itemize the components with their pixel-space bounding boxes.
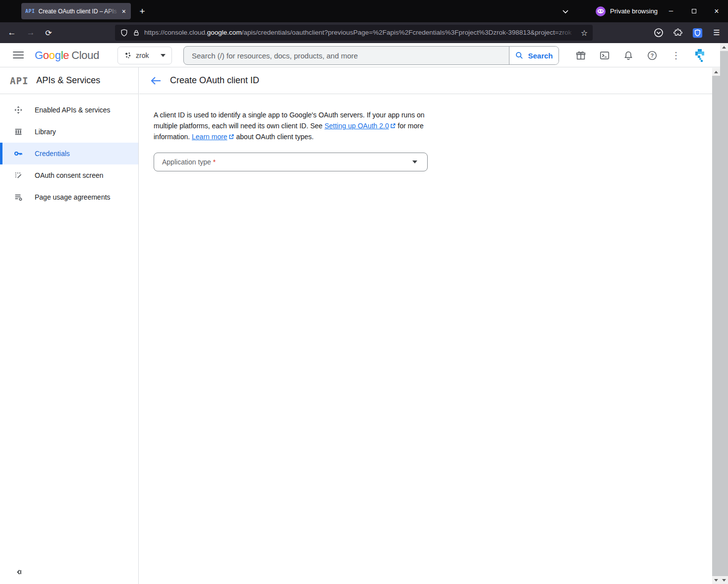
collapse-chevron-icon [15, 568, 23, 576]
scroll-down-icon[interactable] [720, 576, 728, 584]
private-mask-icon [596, 6, 606, 16]
forward-button[interactable]: → [24, 26, 38, 40]
logo-letter: o [43, 49, 49, 62]
sidebar-item-oauth-consent[interactable]: OAuth consent screen [0, 164, 138, 186]
content-scrollbar[interactable] [712, 68, 720, 584]
page-header: Create OAuth client ID [139, 67, 712, 94]
application-type-select[interactable]: Application type * [154, 153, 428, 171]
bookmark-star-icon[interactable]: ☆ [581, 28, 588, 38]
free-trial-gift-icon[interactable] [574, 49, 588, 62]
navigation-toolbar: ← → ⟳ https://console.cloud.google.com/a… [0, 22, 728, 43]
gcp-header: G o o g l e Cloud zrok [0, 43, 720, 67]
project-icon [124, 52, 132, 59]
scroll-down-icon[interactable] [712, 576, 720, 584]
tab-bar: API Create OAuth client ID – APIs & × + … [0, 0, 728, 22]
maximize-icon [692, 9, 696, 13]
back-button[interactable]: ← [5, 26, 19, 40]
private-browsing-label: Private browsing [610, 7, 658, 15]
sidebar-title: APIs & Services [36, 75, 100, 86]
browser-window: API Create OAuth client ID – APIs & × + … [0, 0, 728, 584]
pocket-icon[interactable] [652, 26, 665, 39]
tracking-protection-shield-icon[interactable] [120, 28, 128, 37]
sidebar-item-label: Credentials [35, 150, 70, 158]
chevron-down-icon [562, 9, 569, 14]
page-usage-icon [14, 193, 23, 202]
main-panel: Create OAuth client ID A client ID is us… [139, 67, 712, 584]
logo-cloud-word: Cloud [71, 49, 99, 62]
sidebar-item-label: Page usage agreements [35, 193, 111, 201]
logo-letter: G [35, 49, 43, 62]
maximize-button[interactable] [682, 0, 705, 22]
external-link-icon [390, 123, 396, 129]
app-menu-icon[interactable]: ☰ [710, 26, 723, 39]
tab-title: Create OAuth client ID – APIs & [39, 7, 119, 15]
page-title: Create OAuth client ID [170, 75, 259, 86]
search-button[interactable]: Search [509, 47, 559, 64]
sidebar-item-enabled-apis[interactable]: Enabled APIs & services [0, 99, 138, 121]
sidebar-item-label: OAuth consent screen [35, 171, 104, 179]
close-icon: × [714, 7, 719, 16]
collapse-sidebar-button[interactable] [14, 567, 24, 577]
extensions-puzzle-icon[interactable] [672, 26, 684, 39]
toolbar-right: ☰ [652, 22, 723, 43]
sidebar-nav: Enabled APIs & services Library Credenti… [0, 94, 138, 208]
sidebar-item-label: Library [35, 128, 56, 136]
connection-lock-icon[interactable] [133, 29, 140, 37]
help-icon[interactable]: ? [645, 49, 659, 62]
page-content: API APIs & Services Enabled APIs & servi… [0, 67, 720, 584]
new-tab-button[interactable]: + [135, 4, 150, 19]
scrollbar-thumb[interactable] [720, 51, 728, 576]
google-cloud-logo[interactable]: G o o g l e Cloud [35, 43, 99, 67]
close-button[interactable]: × [705, 0, 728, 22]
svg-text:?: ? [651, 52, 654, 58]
account-avatar[interactable] [693, 49, 707, 62]
minimize-button[interactable]: – [660, 0, 682, 22]
main-body: A client ID is used to identify a single… [139, 94, 712, 171]
logo-letter: g [55, 49, 61, 62]
browser-tab[interactable]: API Create OAuth client ID – APIs & × [21, 3, 131, 19]
scroll-up-icon[interactable] [720, 43, 728, 51]
intro-text: A client ID is used to identify a single… [154, 109, 426, 142]
external-link-icon [228, 134, 234, 140]
tab-close-icon[interactable]: × [121, 7, 127, 15]
sidebar-item-library[interactable]: Library [0, 121, 138, 143]
api-favicon-icon: API [25, 8, 35, 14]
api-product-logo: API [10, 75, 28, 86]
search-input[interactable] [184, 47, 509, 64]
sidebar-item-page-usage[interactable]: Page usage agreements [0, 186, 138, 208]
browser-scrollbar[interactable] [720, 43, 728, 584]
sidebar-item-credentials[interactable]: Credentials [0, 143, 138, 164]
sidebar: API APIs & Services Enabled APIs & servi… [0, 67, 139, 584]
notifications-bell-icon[interactable] [621, 49, 635, 62]
library-icon [14, 127, 23, 136]
setting-up-oauth-link[interactable]: Setting up OAuth 2.0 [325, 122, 389, 130]
search-button-label: Search [528, 52, 553, 60]
required-marker: * [213, 158, 216, 166]
back-arrow-button[interactable] [149, 75, 162, 86]
search-icon [515, 51, 524, 60]
logo-letter: o [49, 49, 55, 62]
scrollbar-thumb[interactable] [712, 76, 720, 576]
gcp-menu-icon[interactable] [13, 50, 24, 60]
back-arrow-icon [149, 75, 162, 86]
project-selector[interactable]: zrok [117, 47, 172, 64]
list-all-tabs-button[interactable] [559, 5, 572, 17]
window-controls: – × [660, 0, 728, 22]
minimize-icon: – [669, 6, 673, 14]
enabled-apis-icon [14, 106, 23, 114]
bitwarden-shield-icon[interactable] [691, 26, 704, 39]
gcp-search-bar: Search [183, 46, 559, 65]
oauth-consent-icon [14, 171, 23, 180]
cloud-shell-icon[interactable] [598, 49, 612, 62]
more-options-kebab-icon[interactable]: ⋮ [669, 49, 683, 62]
intro-part: about OAuth client types. [234, 133, 314, 141]
sidebar-header: API APIs & Services [0, 67, 138, 94]
scroll-up-icon[interactable] [712, 68, 720, 76]
url-bar[interactable]: https://console.cloud.google.com/apis/cr… [115, 25, 593, 41]
dropdown-caret-icon [412, 160, 417, 163]
reload-button[interactable]: ⟳ [42, 26, 56, 40]
logo-letter: e [63, 49, 69, 62]
gcp-header-tools: ? ⋮ [574, 43, 707, 67]
learn-more-link[interactable]: Learn more [192, 133, 227, 141]
private-browsing-badge: Private browsing [596, 0, 658, 22]
